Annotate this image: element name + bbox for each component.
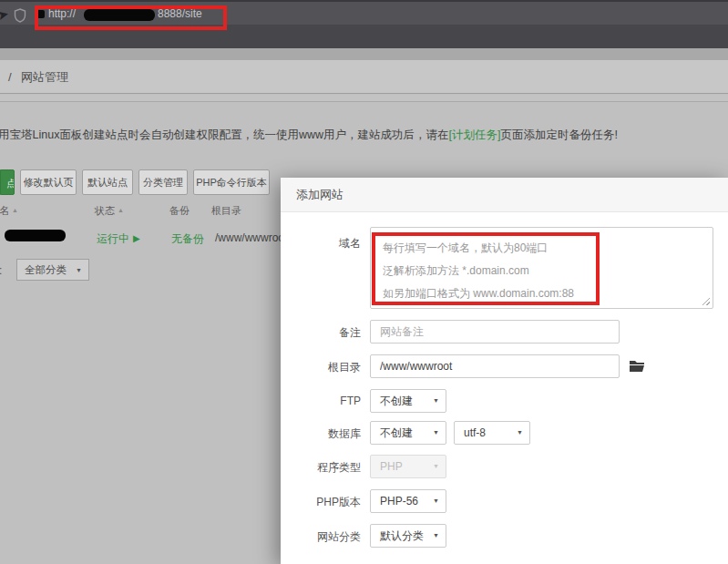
ftp-select[interactable]: 不创建 ▼ (370, 389, 446, 413)
page-top-band (0, 48, 728, 60)
sort-arrow-icon: ▲ (118, 207, 124, 213)
notice-text: 用宝塔Linux面板创建站点时会自动创建权限配置，统一使用www用户，建站成功后… (0, 128, 581, 143)
folder-browse-icon[interactable] (629, 358, 645, 373)
header-divider (0, 95, 728, 102)
default-site-button[interactable]: 默认站点 (82, 169, 133, 195)
database-select[interactable]: 不创建 ▼ (370, 421, 446, 445)
remark-label: 备注 (293, 325, 361, 341)
column-header-sitename[interactable]: 站名 ▲ (0, 204, 18, 218)
modal-title: 添加网站 (296, 178, 343, 212)
chevron-down-icon: ▼ (433, 429, 439, 436)
column-header-rootdir[interactable]: 根目录 (211, 204, 241, 218)
domain-label: 域名 (293, 236, 361, 251)
edit-default-page-button[interactable]: 修改默认页 (20, 169, 77, 195)
backup-status-link[interactable]: 无备份 (171, 231, 204, 247)
charset-select[interactable]: utf-8 ▼ (454, 421, 530, 445)
redacted-site-name (5, 230, 66, 241)
column-header-status[interactable]: 状态 ▲ (95, 204, 124, 218)
chevron-down-icon: ▼ (433, 497, 439, 504)
add-site-button[interactable]: 点 (0, 169, 15, 195)
php-cli-version-button[interactable]: PHP命令行版本 (193, 169, 270, 195)
php-version-label: PHP版本 (293, 495, 361, 510)
site-root-path: /www/wwwroot (215, 231, 287, 244)
breadcrumb-site-management[interactable]: 网站管理 (21, 60, 68, 94)
chevron-down-icon: ▼ (433, 532, 439, 538)
remark-input[interactable] (370, 320, 620, 344)
shield-icon[interactable] (14, 8, 26, 23)
php-version-select[interactable]: PHP-56 ▼ (370, 489, 446, 513)
site-category-label: 网站分类 (293, 529, 361, 545)
mouse-cursor-icon: ➤ (0, 5, 10, 24)
cron-tasks-link[interactable]: [计划任务] (448, 128, 500, 141)
database-label: 数据库 (293, 426, 361, 442)
chevron-down-icon: ▼ (433, 397, 439, 404)
breadcrumb-separator: / (8, 60, 12, 94)
apptype-label: 程序类型 (293, 460, 361, 476)
annotation-box-url (35, 5, 227, 30)
screenshot-root: ➤ http:// 8888/site / 网站管理 用宝塔Linux面板创建站… (0, 0, 728, 564)
chevron-down-icon: ▼ (433, 463, 439, 469)
play-icon[interactable]: ▶ (133, 233, 140, 243)
resize-grip-icon[interactable] (702, 297, 710, 305)
category-filter-select[interactable]: 全部分类 ▼ (16, 259, 89, 281)
site-status-running: 运行中 (97, 231, 129, 247)
site-category-select[interactable]: 默认分类 ▼ (370, 524, 446, 548)
chevron-down-icon: ▼ (76, 267, 82, 273)
filter-label: 类: (0, 263, 2, 279)
ftp-label: FTP (293, 395, 361, 407)
rootdir-input[interactable] (370, 354, 620, 378)
chevron-down-icon: ▼ (517, 429, 523, 436)
modal-header: 添加网站 (281, 178, 728, 212)
breadcrumb: / 网站管理 (0, 60, 728, 94)
rootdir-label: 根目录 (293, 360, 361, 375)
apptype-select-disabled: PHP ▼ (370, 455, 446, 478)
column-header-backup[interactable]: 备份 (169, 204, 190, 218)
sort-arrow-icon: ▲ (12, 207, 18, 213)
annotation-box-domain (372, 232, 600, 305)
category-manage-button[interactable]: 分类管理 (138, 169, 188, 195)
